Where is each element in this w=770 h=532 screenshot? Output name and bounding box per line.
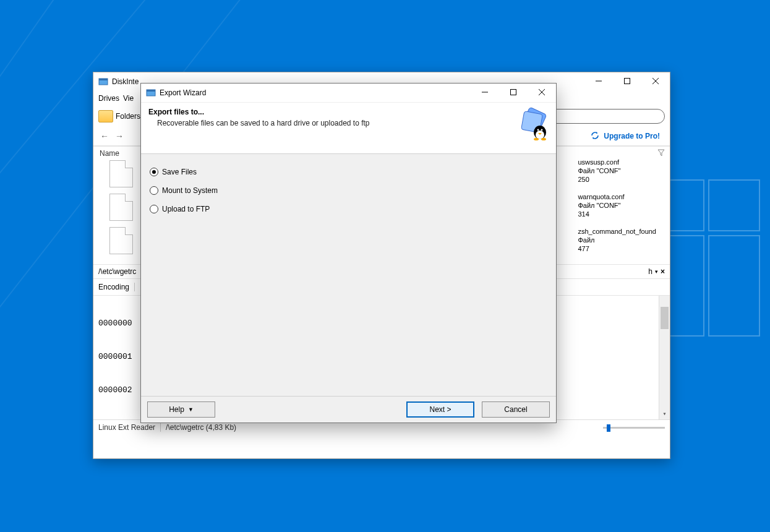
menu-drives[interactable]: Drives	[98, 94, 119, 103]
dialog-header-title: Export files to...	[148, 108, 549, 116]
right-file-list: uswsusp.conf Файл "CONF" 250 warnquota.c…	[578, 158, 656, 262]
file-icon[interactable]	[109, 160, 133, 187]
file-name: uswsusp.conf	[578, 158, 656, 166]
folders-icon	[98, 110, 113, 122]
upgrade-label: Upgrade to Pro!	[604, 132, 660, 140]
next-button[interactable]: Next >	[406, 401, 474, 418]
radio-icon	[150, 205, 158, 213]
window-app-icon	[98, 77, 108, 87]
dialog-title: Export Wizard	[160, 88, 206, 97]
dialog-app-icon	[146, 88, 156, 98]
current-path: /\etc\wgetrc	[98, 267, 136, 276]
svg-rect-7	[147, 90, 155, 92]
svg-rect-9	[511, 90, 516, 95]
dialog-close-button[interactable]	[528, 84, 556, 102]
hex-scrollbar[interactable]: ▴ ▾	[659, 296, 670, 419]
svg-point-19	[541, 138, 546, 140]
cancel-button[interactable]: Cancel	[482, 401, 550, 418]
file-type: Файл "CONF"	[578, 201, 656, 210]
menu-view[interactable]: Vie	[123, 94, 134, 103]
list-item[interactable]: warnquota.conf Файл "CONF" 314	[578, 192, 656, 218]
radio-label: Upload to FTP	[162, 205, 210, 213]
file-icon[interactable]	[109, 227, 133, 254]
dialog-footer: Help ▼ Next > Cancel	[141, 396, 556, 423]
radio-mount-system[interactable]: Mount to System	[150, 186, 547, 195]
filter-icon	[657, 149, 665, 158]
back-icon: ←	[100, 131, 109, 141]
svg-rect-1	[99, 79, 108, 80]
dialog-body: Save Files Mount to System Upload to FTP	[141, 154, 556, 396]
h-label: h	[648, 267, 652, 276]
svg-point-16	[537, 129, 539, 131]
minimize-icon	[596, 77, 602, 86]
minimize-icon	[482, 88, 488, 97]
toolbar-folders-label[interactable]: Folders	[116, 112, 140, 121]
list-item[interactable]: uswsusp.conf Файл "CONF" 250	[578, 158, 656, 184]
wizard-logo-icon	[516, 106, 551, 141]
main-maximize-button[interactable]	[613, 72, 641, 91]
encoding-label: Encoding	[98, 283, 129, 291]
export-wizard-dialog: Export Wizard Export files to... Recover…	[140, 83, 557, 423]
nav-forward-button[interactable]: →	[112, 129, 127, 144]
nav-back-button[interactable]: ←	[97, 129, 112, 144]
main-close-button[interactable]	[641, 72, 670, 91]
file-type: Файл "CONF"	[578, 166, 656, 175]
next-label: Next >	[429, 405, 451, 414]
slider-thumb[interactable]	[607, 424, 610, 432]
help-label: Help	[169, 405, 184, 414]
dialog-header-sub: Recoverable files can be saved to a hard…	[157, 119, 549, 127]
chevron-down-icon[interactable]: ▾	[655, 268, 658, 275]
radio-save-files[interactable]: Save Files	[150, 168, 547, 176]
dialog-minimize-button[interactable]	[471, 84, 499, 102]
forward-icon: →	[115, 131, 124, 141]
scroll-down-icon[interactable]: ▾	[659, 409, 670, 419]
svg-point-18	[534, 138, 539, 140]
column-header-name[interactable]: Name	[97, 148, 139, 159]
close-panel-button[interactable]: ×	[661, 267, 665, 276]
file-name: zsh_command_not_found	[578, 227, 656, 236]
maximize-icon	[624, 77, 630, 86]
refresh-icon	[590, 131, 600, 142]
radio-label: Save Files	[162, 168, 197, 176]
scrollbar-thumb[interactable]	[661, 307, 669, 329]
svg-point-17	[541, 129, 543, 131]
slider-track[interactable]	[603, 427, 665, 429]
file-type: Файл	[578, 236, 656, 244]
cancel-label: Cancel	[504, 405, 527, 414]
dialog-titlebar[interactable]: Export Wizard	[141, 84, 556, 103]
list-item[interactable]: zsh_command_not_found Файл 477	[578, 227, 656, 253]
radio-label: Mount to System	[162, 186, 218, 195]
filter-button[interactable]	[655, 148, 667, 159]
status-path: /\etc\wgetrc (4,83 Kb)	[166, 423, 236, 432]
chevron-down-icon: ▼	[188, 406, 194, 413]
dialog-maximize-button[interactable]	[499, 84, 528, 102]
close-icon	[652, 77, 659, 86]
file-icon-stack	[109, 160, 133, 260]
radio-upload-ftp[interactable]: Upload to FTP	[150, 205, 547, 213]
upgrade-link[interactable]: Upgrade to Pro!	[590, 131, 660, 142]
dialog-header: Export files to... Recoverable files can…	[141, 103, 556, 154]
main-window-title: DiskInte	[112, 77, 139, 86]
zoom-slider[interactable]	[603, 427, 665, 429]
file-size: 477	[578, 244, 656, 253]
radio-icon	[150, 168, 158, 176]
maximize-icon	[510, 88, 516, 97]
file-name: warnquota.conf	[578, 192, 656, 201]
status-left: Linux Ext Reader	[98, 423, 155, 432]
help-button[interactable]: Help ▼	[147, 401, 215, 418]
svg-rect-3	[625, 79, 630, 84]
close-icon	[539, 88, 545, 97]
file-icon[interactable]	[109, 194, 133, 221]
file-size: 250	[578, 175, 656, 184]
radio-icon	[150, 186, 158, 195]
main-minimize-button[interactable]	[584, 72, 613, 91]
file-size: 314	[578, 210, 656, 218]
